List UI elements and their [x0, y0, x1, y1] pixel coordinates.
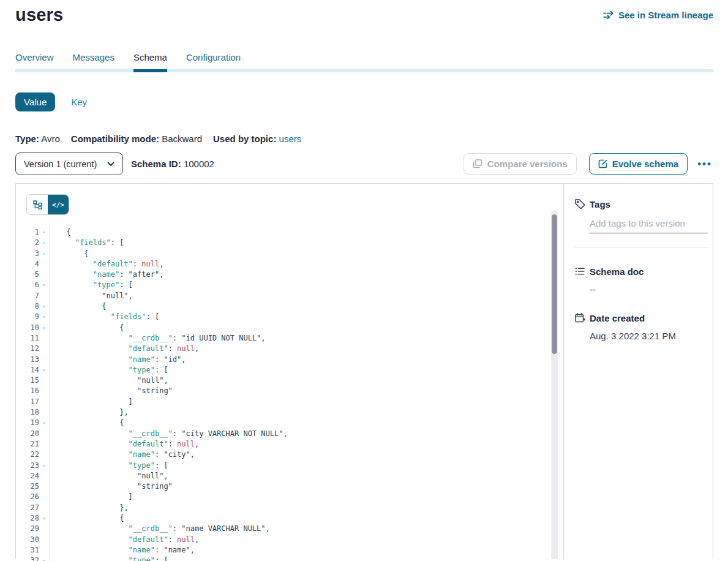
code-text: ]	[50, 492, 133, 502]
line-number: 3	[16, 249, 39, 259]
code-text: "null",	[50, 375, 168, 386]
line-number: 5	[16, 269, 39, 280]
collapse-arrow-placeholder	[39, 439, 50, 450]
date-created-title: Date created	[590, 313, 645, 323]
code-line: 21 "default": null,	[16, 439, 563, 450]
collapse-arrow-placeholder	[39, 269, 50, 280]
code-text: {	[50, 249, 89, 259]
line-number: 22	[16, 450, 39, 460]
collapse-arrow-icon[interactable]: ▾	[39, 238, 50, 248]
editor-scrollbar-thumb[interactable]	[552, 214, 557, 354]
line-number: 8	[16, 301, 39, 312]
collapse-arrow-icon[interactable]: ▾	[39, 323, 50, 333]
line-number: 31	[16, 545, 39, 555]
code-text: "string"	[50, 481, 173, 492]
line-number: 30	[16, 535, 39, 545]
tab-schema[interactable]: Schema	[133, 52, 167, 72]
code-text: {	[50, 227, 71, 238]
calendar-plus-icon	[574, 312, 585, 323]
code-text: "__crdb__": "name VARCHAR NULL",	[50, 524, 270, 534]
collapse-arrow-placeholder	[39, 375, 50, 386]
collapse-arrow-icon[interactable]: ▾	[39, 365, 50, 375]
more-options-button[interactable]: •••	[696, 156, 713, 171]
schema-page: users See in Stream lineage Overview Mes…	[0, 0, 728, 561]
code-line: 30 "default": null,	[16, 535, 563, 545]
key-toggle-button[interactable]: Key	[71, 97, 87, 107]
line-number: 24	[16, 471, 39, 481]
used-by-topic-link[interactable]: users	[279, 134, 302, 144]
code-text: },	[50, 503, 129, 513]
collapse-arrow-placeholder	[39, 450, 50, 460]
schema-details-sidebar: Tags Schema doc --	[563, 184, 722, 559]
schema-code-editor: </> 1▾ {2▾ "fields": [3▾ {4 "default": n…	[16, 184, 563, 559]
code-line: 8▾ {	[16, 301, 563, 312]
evolve-schema-button[interactable]: Evolve schema	[589, 153, 688, 175]
line-number: 21	[16, 439, 39, 450]
collapse-arrow-icon[interactable]: ▾	[39, 280, 50, 290]
meta-compat: Compatibility mode: Backward	[71, 134, 202, 144]
code-line: 1▾ {	[16, 227, 563, 238]
date-created-section: Date created Aug. 3 2022 3:21 PM	[574, 312, 708, 341]
page-header: users See in Stream lineage	[15, 0, 713, 25]
collapse-arrow-icon[interactable]: ▾	[39, 249, 50, 259]
code-text: "default": null,	[50, 535, 199, 545]
code-lines: 1▾ {2▾ "fields": [3▾ {4 "default": null,…	[16, 227, 563, 561]
compare-versions-button[interactable]: Compare versions	[463, 153, 577, 175]
versions-icon	[473, 159, 482, 168]
line-number: 27	[16, 503, 39, 513]
collapse-arrow-icon[interactable]: ▾	[39, 461, 50, 471]
tags-input[interactable]	[590, 218, 708, 233]
code-line: 23▾ "type": [	[16, 461, 563, 471]
version-select[interactable]: Version 1 (current)	[15, 152, 123, 175]
editor-scrollbar[interactable]	[551, 210, 558, 559]
collapse-arrow-placeholder	[39, 407, 50, 418]
stream-lineage-link[interactable]: See in Stream lineage	[603, 10, 713, 20]
line-number: 11	[16, 333, 39, 344]
code-text: "name": "city",	[50, 450, 195, 460]
line-number: 26	[16, 492, 39, 502]
collapse-arrow-icon[interactable]: ▾	[39, 312, 50, 322]
collapse-arrow-icon[interactable]: ▾	[39, 513, 50, 524]
code-text: },	[50, 407, 129, 418]
line-number: 1	[16, 227, 39, 238]
collapse-arrow-placeholder	[39, 524, 50, 534]
code-line: 6▾ "type": [	[16, 280, 563, 290]
tab-bar: Overview Messages Schema Configuration	[15, 52, 713, 72]
code-line: 31 "name": "name",	[16, 545, 563, 555]
code-line: 9▾ "fields": [	[16, 312, 563, 322]
line-number: 10	[16, 323, 39, 333]
page-title: users	[15, 5, 63, 25]
sidebar-divider	[574, 247, 708, 248]
schema-panel: </> 1▾ {2▾ "fields": [3▾ {4 "default": n…	[15, 183, 713, 559]
schema-doc-title: Schema doc	[590, 266, 644, 277]
collapse-arrow-placeholder	[39, 259, 50, 269]
code-line: 32▾ "type": [	[16, 555, 563, 561]
code-line: 14▾ "type": [	[16, 365, 563, 375]
tree-view-button[interactable]	[27, 195, 48, 214]
code-text: "name": "id",	[50, 355, 186, 365]
collapse-arrow-icon[interactable]: ▾	[39, 418, 50, 428]
line-number: 9	[16, 312, 39, 322]
line-number: 2	[16, 238, 39, 248]
code-line: 13 "name": "id",	[16, 355, 563, 365]
code-text: "fields": [	[50, 238, 124, 248]
collapse-arrow-icon[interactable]: ▾	[39, 301, 50, 312]
line-number: 20	[16, 429, 39, 439]
value-toggle-button[interactable]: Value	[15, 92, 55, 111]
collapse-arrow-placeholder	[39, 503, 50, 513]
code-line: 24 "null",	[16, 471, 563, 481]
code-view-button[interactable]: </>	[48, 195, 69, 214]
code-view-icon: </>	[52, 201, 64, 209]
line-number: 23	[16, 461, 39, 471]
collapse-arrow-placeholder	[39, 545, 50, 555]
chevron-down-icon	[107, 162, 114, 167]
line-number: 12	[16, 344, 39, 354]
tab-track	[15, 69, 713, 72]
collapse-arrow-placeholder	[39, 397, 50, 407]
code-line: 4 "default": null,	[16, 259, 563, 269]
collapse-arrow-icon[interactable]: ▾	[39, 555, 50, 561]
edit-icon	[598, 159, 607, 168]
collapse-arrow-icon[interactable]: ▾	[39, 227, 50, 238]
code-line: 10▾ {	[16, 323, 563, 333]
code-line: 3▾ {	[16, 249, 563, 259]
